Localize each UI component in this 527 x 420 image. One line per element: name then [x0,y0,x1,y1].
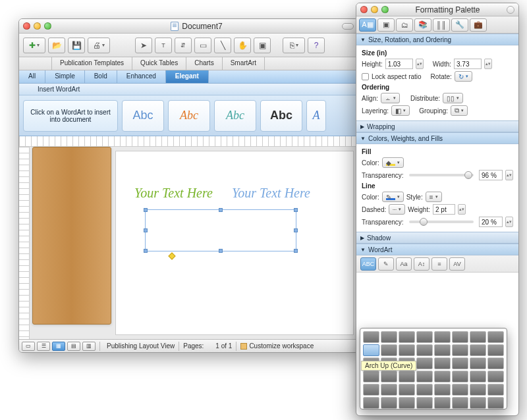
shape-option[interactable] [399,371,415,382]
shape-option[interactable] [399,331,415,343]
shape-option[interactable] [416,384,433,396]
shape-option[interactable] [452,397,468,409]
wordart-style-5[interactable]: A [306,100,326,132]
weight-field[interactable]: 2 pt [433,204,455,215]
line-color-menu[interactable]: ✎▾ [382,192,404,202]
wordart-style-1[interactable]: Abc [122,100,164,132]
open-button[interactable]: 📂 [48,38,65,53]
palette-tab-reference[interactable]: 📚 [414,18,431,32]
dashed-menu[interactable]: ┈▾ [389,204,405,215]
shape-option[interactable] [363,397,379,409]
wordart-shape-button[interactable]: ABC [360,257,376,271]
wordart-spacing[interactable]: AV [449,257,465,271]
shape-option[interactable] [470,371,486,382]
shape-option[interactable] [363,371,379,382]
minimize-icon[interactable] [34,22,41,30]
shape-option[interactable] [434,357,451,369]
shape-option[interactable] [416,357,433,369]
align-menu[interactable]: ⫠▾ [381,93,400,103]
resize-handle[interactable] [144,249,148,253]
view-notebook[interactable]: ▥ [82,342,96,351]
shape-option[interactable] [487,357,504,369]
section-wordart[interactable]: ▼ WordArt [356,244,518,255]
view-outline[interactable]: ☰ [37,342,50,351]
shape-option[interactable] [452,331,468,343]
shape-option[interactable] [470,384,486,396]
shape-option[interactable] [434,397,451,409]
shape-option[interactable] [470,331,486,343]
tab-home[interactable] [19,57,52,70]
resize-handle[interactable] [294,208,298,212]
toolbar-toggle-button[interactable] [342,23,354,30]
view-normal[interactable]: ▭ [22,342,35,351]
wordart-object-2[interactable]: Your Text Here [232,186,310,201]
shape-option[interactable] [416,344,433,356]
wordart-edit-text[interactable]: ✎ [378,257,394,271]
fill-transparency-value[interactable]: 96 % [479,170,503,180]
shape-option[interactable] [452,384,468,396]
crop-tool[interactable]: ▣ [254,38,271,53]
grouping-menu[interactable]: ⧉▾ [451,105,468,116]
palette-tab-scrapbook[interactable]: 🗂 [396,18,413,32]
print-button[interactable]: 🖨▾ [88,38,110,53]
shape-arch-up-curve[interactable] [363,344,379,356]
distribute-menu[interactable]: ▯▯▾ [443,93,463,103]
style-enhanced[interactable]: Enhanced [117,70,166,83]
section-wrapping[interactable]: ▶ Wrapping [356,120,518,132]
palette-tab-formatting[interactable]: A▦ [359,18,376,32]
rotate-button[interactable]: ↻▾ [455,71,472,82]
wordart-style-2[interactable]: Abc [168,100,210,132]
zoom-icon[interactable] [381,6,389,13]
line-transparency-value[interactable]: 20 % [479,217,503,227]
wordart-same-height[interactable]: Aa [396,257,412,271]
close-icon[interactable] [23,22,30,30]
fill-transparency-slider[interactable] [409,174,474,176]
shape-option[interactable] [363,331,379,343]
tab-quick-tables[interactable]: Quick Tables [132,57,186,70]
shape-option[interactable] [487,344,504,356]
line-transparency-stepper[interactable]: ▴▾ [505,217,513,227]
palette-tab-compatibility[interactable]: ║║ [433,18,450,32]
tab-publication-templates[interactable]: Publication Templates [52,57,132,70]
shape-option[interactable] [416,331,433,343]
pointer-tool[interactable]: ➤ [135,38,152,53]
style-bold[interactable]: Bold [85,70,117,83]
resize-handle[interactable] [294,228,298,232]
resize-handle[interactable] [219,208,223,212]
resize-handle[interactable] [144,228,148,232]
wordart-align[interactable]: ≡ [431,257,447,271]
shape-option[interactable] [470,357,486,369]
shape-option[interactable] [381,397,397,409]
line-style-menu[interactable]: ≡▾ [426,192,442,202]
shape-option[interactable] [416,371,433,382]
shape-option[interactable] [399,384,415,396]
lock-aspect-checkbox[interactable] [362,73,369,80]
resize-handle[interactable] [144,208,148,212]
shape-option[interactable] [470,397,486,409]
shape-option[interactable] [399,344,415,356]
line-transparency-slider[interactable] [409,221,474,223]
textbox-tool[interactable]: T [155,38,172,53]
help-button[interactable]: ? [308,38,325,53]
shape-option[interactable] [487,371,504,382]
adjust-handle[interactable] [168,252,175,259]
shape-option[interactable] [452,344,468,356]
new-button[interactable]: ✚▾ [23,38,45,53]
shape-option[interactable] [363,384,379,396]
shape-option[interactable] [381,371,397,382]
fill-color-menu[interactable]: ◆▾ [382,157,404,168]
palette-tab-project[interactable]: 💼 [470,18,487,32]
section-size-rotation[interactable]: ▼ Size, Rotation, and Ordering [356,34,518,45]
shape-option[interactable] [381,331,397,343]
line-tool[interactable]: ╲ [214,38,231,53]
resize-handle[interactable] [294,249,298,253]
wordart-object-1[interactable]: Your Text Here [134,186,213,201]
hand-tool[interactable]: ✋ [234,38,251,53]
palette-options-icon[interactable] [507,6,514,14]
zoom-level[interactable]: ⎘▾ [283,38,305,53]
style-all[interactable]: All [19,70,45,83]
shape-option[interactable] [487,384,504,396]
document-page[interactable]: Your Text Here Your Text Here Your Text … [115,151,354,335]
shape-tool[interactable]: ▭ [194,38,211,53]
weight-stepper[interactable]: ▴▾ [458,204,466,215]
